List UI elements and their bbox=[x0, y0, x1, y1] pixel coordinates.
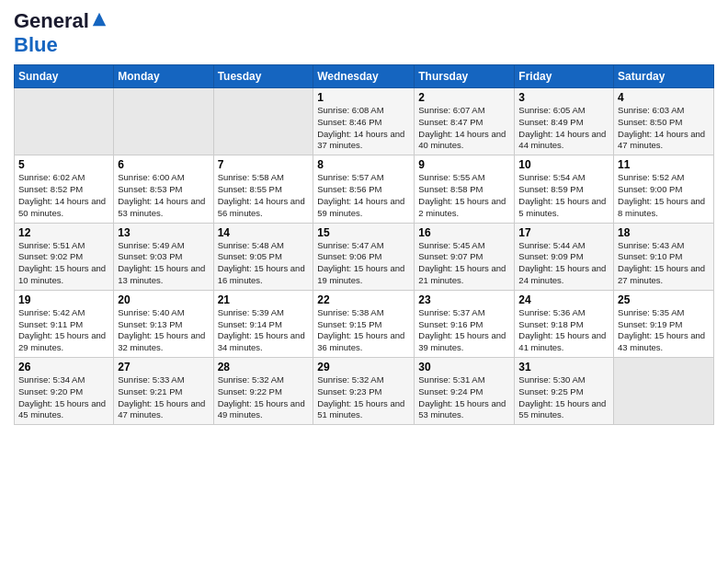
calendar-cell: 13Sunrise: 5:49 AM Sunset: 9:03 PM Dayli… bbox=[114, 223, 213, 290]
calendar-cell: 7Sunrise: 5:58 AM Sunset: 8:55 PM Daylig… bbox=[213, 155, 313, 223]
calendar-cell: 30Sunrise: 5:31 AM Sunset: 9:24 PM Dayli… bbox=[415, 358, 515, 425]
week-row-1: 1Sunrise: 6:08 AM Sunset: 8:46 PM Daylig… bbox=[15, 88, 714, 155]
calendar-cell: 12Sunrise: 5:51 AM Sunset: 9:02 PM Dayli… bbox=[15, 223, 114, 290]
day-number: 19 bbox=[18, 293, 109, 306]
calendar-cell bbox=[213, 88, 313, 155]
calendar: SundayMondayTuesdayWednesdayThursdayFrid… bbox=[14, 64, 714, 425]
day-info: Sunrise: 5:31 AM Sunset: 9:24 PM Dayligh… bbox=[418, 374, 510, 421]
week-row-2: 5Sunrise: 6:02 AM Sunset: 8:52 PM Daylig… bbox=[15, 155, 714, 223]
day-number: 10 bbox=[518, 158, 609, 171]
calendar-cell: 5Sunrise: 6:02 AM Sunset: 8:52 PM Daylig… bbox=[15, 155, 114, 223]
calendar-cell: 20Sunrise: 5:40 AM Sunset: 9:13 PM Dayli… bbox=[114, 290, 213, 357]
calendar-cell: 27Sunrise: 5:33 AM Sunset: 9:21 PM Dayli… bbox=[114, 358, 213, 425]
day-info: Sunrise: 5:42 AM Sunset: 9:11 PM Dayligh… bbox=[18, 307, 109, 354]
calendar-cell: 16Sunrise: 5:45 AM Sunset: 9:07 PM Dayli… bbox=[415, 223, 515, 290]
weekday-header-row: SundayMondayTuesdayWednesdayThursdayFrid… bbox=[15, 65, 714, 88]
day-info: Sunrise: 5:58 AM Sunset: 8:55 PM Dayligh… bbox=[218, 172, 310, 219]
day-info: Sunrise: 5:34 AM Sunset: 9:20 PM Dayligh… bbox=[18, 374, 109, 421]
weekday-saturday: Saturday bbox=[614, 65, 714, 88]
day-info: Sunrise: 5:49 AM Sunset: 9:03 PM Dayligh… bbox=[118, 240, 209, 287]
day-number: 21 bbox=[218, 293, 310, 306]
day-info: Sunrise: 5:44 AM Sunset: 9:09 PM Dayligh… bbox=[518, 240, 609, 287]
day-info: Sunrise: 5:45 AM Sunset: 9:07 PM Dayligh… bbox=[418, 240, 510, 287]
day-info: Sunrise: 5:30 AM Sunset: 9:25 PM Dayligh… bbox=[518, 374, 609, 421]
weekday-monday: Monday bbox=[114, 65, 213, 88]
day-number: 8 bbox=[317, 158, 410, 171]
day-info: Sunrise: 5:52 AM Sunset: 9:00 PM Dayligh… bbox=[618, 172, 710, 219]
day-number: 11 bbox=[618, 158, 710, 171]
day-info: Sunrise: 6:03 AM Sunset: 8:50 PM Dayligh… bbox=[618, 105, 710, 152]
day-number: 20 bbox=[118, 293, 209, 306]
day-number: 23 bbox=[418, 293, 510, 306]
day-info: Sunrise: 5:35 AM Sunset: 9:19 PM Dayligh… bbox=[618, 307, 710, 354]
day-info: Sunrise: 5:51 AM Sunset: 9:02 PM Dayligh… bbox=[18, 240, 109, 287]
weekday-sunday: Sunday bbox=[15, 65, 114, 88]
calendar-cell: 15Sunrise: 5:47 AM Sunset: 9:06 PM Dayli… bbox=[313, 223, 415, 290]
day-info: Sunrise: 5:55 AM Sunset: 8:58 PM Dayligh… bbox=[418, 172, 510, 219]
day-info: Sunrise: 5:54 AM Sunset: 8:59 PM Dayligh… bbox=[518, 172, 609, 219]
week-row-3: 12Sunrise: 5:51 AM Sunset: 9:02 PM Dayli… bbox=[15, 223, 714, 290]
calendar-cell: 11Sunrise: 5:52 AM Sunset: 9:00 PM Dayli… bbox=[614, 155, 714, 223]
week-row-5: 26Sunrise: 5:34 AM Sunset: 9:20 PM Dayli… bbox=[15, 358, 714, 425]
calendar-cell: 9Sunrise: 5:55 AM Sunset: 8:58 PM Daylig… bbox=[415, 155, 515, 223]
calendar-cell: 14Sunrise: 5:48 AM Sunset: 9:05 PM Dayli… bbox=[213, 223, 313, 290]
day-number: 27 bbox=[118, 361, 209, 373]
day-number: 22 bbox=[317, 293, 410, 306]
day-number: 7 bbox=[218, 158, 310, 171]
day-number: 13 bbox=[118, 226, 209, 239]
day-number: 29 bbox=[317, 361, 410, 373]
weekday-wednesday: Wednesday bbox=[313, 65, 415, 88]
day-info: Sunrise: 6:00 AM Sunset: 8:53 PM Dayligh… bbox=[118, 172, 209, 219]
day-number: 12 bbox=[18, 226, 109, 239]
calendar-cell: 18Sunrise: 5:43 AM Sunset: 9:10 PM Dayli… bbox=[614, 223, 714, 290]
day-number: 1 bbox=[317, 91, 410, 104]
day-number: 9 bbox=[418, 158, 510, 171]
day-info: Sunrise: 6:02 AM Sunset: 8:52 PM Dayligh… bbox=[18, 172, 109, 219]
calendar-cell: 29Sunrise: 5:32 AM Sunset: 9:23 PM Dayli… bbox=[313, 358, 415, 425]
day-number: 30 bbox=[418, 361, 510, 373]
calendar-cell: 10Sunrise: 5:54 AM Sunset: 8:59 PM Dayli… bbox=[515, 155, 614, 223]
calendar-cell: 19Sunrise: 5:42 AM Sunset: 9:11 PM Dayli… bbox=[15, 290, 114, 357]
day-info: Sunrise: 5:33 AM Sunset: 9:21 PM Dayligh… bbox=[118, 374, 209, 421]
day-number: 2 bbox=[418, 91, 510, 104]
header: General Blue bbox=[14, 9, 714, 57]
day-number: 16 bbox=[418, 226, 510, 239]
day-number: 4 bbox=[618, 91, 710, 104]
logo-icon bbox=[91, 11, 108, 28]
calendar-cell bbox=[114, 88, 213, 155]
calendar-cell: 21Sunrise: 5:39 AM Sunset: 9:14 PM Dayli… bbox=[213, 290, 313, 357]
svg-marker-0 bbox=[93, 13, 106, 26]
day-number: 28 bbox=[218, 361, 310, 373]
calendar-cell: 3Sunrise: 6:05 AM Sunset: 8:49 PM Daylig… bbox=[515, 88, 614, 155]
day-number: 18 bbox=[618, 226, 710, 239]
day-info: Sunrise: 5:57 AM Sunset: 8:56 PM Dayligh… bbox=[317, 172, 410, 219]
day-number: 14 bbox=[218, 226, 310, 239]
calendar-cell: 17Sunrise: 5:44 AM Sunset: 9:09 PM Dayli… bbox=[515, 223, 614, 290]
day-info: Sunrise: 5:36 AM Sunset: 9:18 PM Dayligh… bbox=[518, 307, 609, 354]
weekday-thursday: Thursday bbox=[415, 65, 515, 88]
day-number: 17 bbox=[518, 226, 609, 239]
day-info: Sunrise: 5:48 AM Sunset: 9:05 PM Dayligh… bbox=[218, 240, 310, 287]
day-info: Sunrise: 5:38 AM Sunset: 9:15 PM Dayligh… bbox=[317, 307, 410, 354]
calendar-cell bbox=[15, 88, 114, 155]
day-info: Sunrise: 5:37 AM Sunset: 9:16 PM Dayligh… bbox=[418, 307, 510, 354]
weekday-tuesday: Tuesday bbox=[213, 65, 313, 88]
day-info: Sunrise: 5:39 AM Sunset: 9:14 PM Dayligh… bbox=[218, 307, 310, 354]
calendar-cell: 8Sunrise: 5:57 AM Sunset: 8:56 PM Daylig… bbox=[313, 155, 415, 223]
calendar-cell: 6Sunrise: 6:00 AM Sunset: 8:53 PM Daylig… bbox=[114, 155, 213, 223]
calendar-cell: 26Sunrise: 5:34 AM Sunset: 9:20 PM Dayli… bbox=[15, 358, 114, 425]
day-number: 3 bbox=[518, 91, 609, 104]
logo: General Blue bbox=[14, 9, 108, 57]
calendar-cell: 24Sunrise: 5:36 AM Sunset: 9:18 PM Dayli… bbox=[515, 290, 614, 357]
day-info: Sunrise: 6:07 AM Sunset: 8:47 PM Dayligh… bbox=[418, 105, 510, 152]
weekday-friday: Friday bbox=[515, 65, 614, 88]
calendar-cell bbox=[614, 358, 714, 425]
day-number: 15 bbox=[317, 226, 410, 239]
day-info: Sunrise: 5:40 AM Sunset: 9:13 PM Dayligh… bbox=[118, 307, 209, 354]
page: General Blue SundayMondayTuesdayWednesda… bbox=[0, 0, 728, 439]
calendar-cell: 31Sunrise: 5:30 AM Sunset: 9:25 PM Dayli… bbox=[515, 358, 614, 425]
calendar-cell: 2Sunrise: 6:07 AM Sunset: 8:47 PM Daylig… bbox=[415, 88, 515, 155]
logo-blue-text: Blue bbox=[14, 33, 58, 56]
calendar-cell: 23Sunrise: 5:37 AM Sunset: 9:16 PM Dayli… bbox=[415, 290, 515, 357]
calendar-cell: 4Sunrise: 6:03 AM Sunset: 8:50 PM Daylig… bbox=[614, 88, 714, 155]
